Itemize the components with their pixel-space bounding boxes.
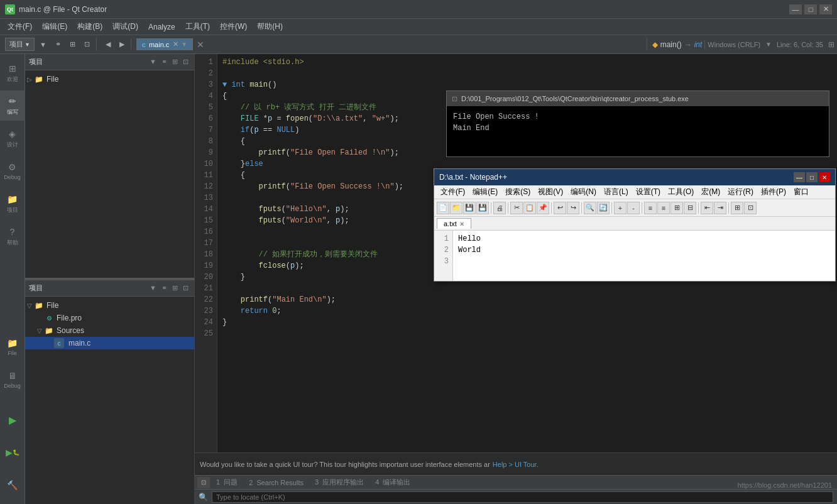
- add-btn[interactable]: ⊞: [170, 57, 180, 67]
- sidebar-welcome[interactable]: ⊞ 欢迎: [0, 58, 25, 88]
- expand-icon[interactable]: ⊞: [828, 40, 834, 49]
- notepad-menu-lang[interactable]: 语言(L): [600, 185, 632, 199]
- sidebar-debug[interactable]: ⚙ Debug: [0, 156, 25, 186]
- notepad-tab-close[interactable]: ✕: [459, 221, 464, 227]
- close-tab-icon[interactable]: ✕: [197, 40, 204, 50]
- notepad-minimize[interactable]: —: [794, 172, 805, 182]
- file-tab-section: c main.c ✕ ▼ ✕: [134, 38, 647, 50]
- notepad-maximize[interactable]: □: [806, 172, 818, 182]
- np-open[interactable]: 📁: [450, 202, 462, 214]
- np-tb2[interactable]: ≡: [657, 202, 670, 214]
- toolbar-close[interactable]: ⊡: [80, 39, 94, 50]
- bottom-icon[interactable]: ⊡: [197, 477, 210, 488]
- menu-file[interactable]: 文件(F): [3, 20, 37, 33]
- notepad-tab-atxt[interactable]: a.txt ✕: [437, 218, 471, 229]
- sidebar-project[interactable]: 📁 项目: [0, 189, 25, 219]
- tree-root-file[interactable]: ▷ 📁 File: [25, 73, 194, 85]
- tree-item-file-root[interactable]: ▽ 📁 File: [25, 299, 194, 312]
- link-btn[interactable]: ⚭: [160, 57, 169, 67]
- np-cut[interactable]: ✂: [510, 202, 523, 214]
- chevron-down-icon: ▼: [25, 41, 30, 48]
- bottom-tab-compile[interactable]: 4 编译输出: [370, 476, 415, 488]
- nav-back-btn[interactable]: ◀: [102, 39, 114, 50]
- toolbar-filter[interactable]: ▼: [36, 40, 50, 50]
- notepad-menu-file[interactable]: 文件(F): [437, 185, 469, 199]
- sidebar-edit[interactable]: ✏ 编写: [0, 90, 25, 121]
- menu-debug[interactable]: 调试(D): [107, 20, 143, 33]
- notepad-menu-settings[interactable]: 设置(T): [632, 185, 664, 199]
- menu-analyze[interactable]: Analyze: [143, 21, 180, 33]
- add-btn-b[interactable]: ⊞: [170, 283, 180, 293]
- menu-help[interactable]: 帮助(H): [252, 20, 288, 33]
- tree-label-mainc: main.c: [68, 339, 90, 348]
- menu-build[interactable]: 构建(B): [72, 20, 107, 33]
- notepad-menu-window[interactable]: 窗口: [790, 185, 812, 199]
- bottom-tab-search[interactable]: 2 Search Results: [244, 478, 309, 488]
- sidebar-design[interactable]: ◈ 设计: [0, 123, 25, 153]
- run-button[interactable]: ▶: [0, 405, 25, 435]
- np-tb7[interactable]: ⊞: [731, 202, 743, 214]
- notepad-menu-plugins[interactable]: 插件(P): [757, 185, 790, 199]
- bottom-tab-problems[interactable]: 1 问题: [211, 476, 243, 488]
- run-debug-button[interactable]: ▶🐛: [0, 437, 25, 468]
- filter-btn[interactable]: ▼: [148, 57, 158, 67]
- notepad-close[interactable]: ✕: [819, 172, 830, 182]
- menu-edit[interactable]: 编辑(E): [37, 20, 72, 33]
- notepad-menu-search[interactable]: 搜索(S): [501, 185, 534, 199]
- notepad-menu-tools[interactable]: 工具(O): [664, 185, 698, 199]
- notepad-menu-macro[interactable]: 宏(M): [698, 185, 724, 199]
- link-btn-b[interactable]: ⚭: [160, 283, 169, 293]
- project-dropdown[interactable]: 项目 ▼: [5, 38, 35, 51]
- np-tb8[interactable]: ⊡: [744, 202, 757, 214]
- sidebar-debug-bottom[interactable]: 🖥 Debug: [0, 364, 25, 395]
- encoding-chevron[interactable]: ▼: [765, 41, 772, 48]
- tree-item-sources[interactable]: ▽ 📁 Sources: [25, 324, 194, 337]
- np-sep4: [581, 202, 582, 214]
- locate-input[interactable]: [212, 491, 833, 503]
- np-find[interactable]: 🔍: [584, 202, 596, 214]
- np-undo[interactable]: ↩: [554, 202, 566, 214]
- toolbar-link[interactable]: ⚭: [52, 39, 65, 50]
- np-print[interactable]: 🖨: [493, 202, 506, 214]
- np-paste[interactable]: 📌: [537, 202, 549, 214]
- close-button[interactable]: ✕: [819, 4, 832, 14]
- np-tb4[interactable]: ⊟: [684, 202, 696, 214]
- notification-link[interactable]: Help > UI Tour.: [493, 461, 539, 468]
- file-tab-dropdown[interactable]: c main.c ✕ ▼: [136, 38, 193, 50]
- build-button[interactable]: 🔨: [0, 470, 25, 500]
- sidebar-file[interactable]: 📁 File: [0, 332, 25, 362]
- np-replace[interactable]: 🔄: [597, 202, 610, 214]
- tree-item-filepro[interactable]: ⚙ File.pro: [25, 312, 194, 324]
- notepad-code-content[interactable]: Hello World: [453, 231, 835, 281]
- notepad-menu-run[interactable]: 运行(R): [724, 185, 757, 199]
- nav-forward-btn[interactable]: ▶: [116, 39, 128, 50]
- toolbar-add[interactable]: ⊞: [66, 39, 79, 50]
- np-tb3[interactable]: ⊞: [670, 202, 683, 214]
- terminal-line-1: File Open Success !: [453, 111, 823, 123]
- close-btn[interactable]: ⊡: [181, 57, 190, 67]
- np-new[interactable]: 📄: [437, 202, 449, 214]
- np-save[interactable]: 💾: [463, 202, 476, 214]
- menu-control[interactable]: 控件(W): [215, 20, 252, 33]
- monitor-icon: 🖥: [6, 370, 19, 381]
- notepad-menu-edit[interactable]: 编辑(E): [469, 185, 501, 199]
- menu-tools[interactable]: 工具(T): [180, 20, 215, 33]
- np-zoom-out[interactable]: -: [627, 202, 640, 214]
- np-zoom-in[interactable]: +: [614, 202, 626, 214]
- notepad-menu-encode[interactable]: 编码(N): [567, 185, 600, 199]
- maximize-button[interactable]: □: [804, 4, 817, 14]
- np-tb6[interactable]: ⇥: [714, 202, 726, 214]
- sidebar-help[interactable]: ? 帮助: [0, 221, 25, 251]
- tree-item-mainc[interactable]: c main.c: [25, 337, 194, 349]
- np-tb5[interactable]: ⇤: [701, 202, 713, 214]
- minimize-button[interactable]: —: [789, 4, 802, 14]
- close-btn-b[interactable]: ⊡: [181, 283, 190, 293]
- np-save-all[interactable]: 💾: [476, 202, 489, 214]
- bottom-tab-appoutput[interactable]: 3 应用程序输出: [310, 476, 369, 488]
- np-tb1[interactable]: ≡: [644, 202, 657, 214]
- notepad-menu-view[interactable]: 视图(V): [534, 185, 567, 199]
- terminal-line-2: Main End: [453, 123, 823, 134]
- filter-btn-b[interactable]: ▼: [148, 283, 158, 293]
- np-redo[interactable]: ↪: [567, 202, 579, 214]
- np-copy[interactable]: 📋: [523, 202, 536, 214]
